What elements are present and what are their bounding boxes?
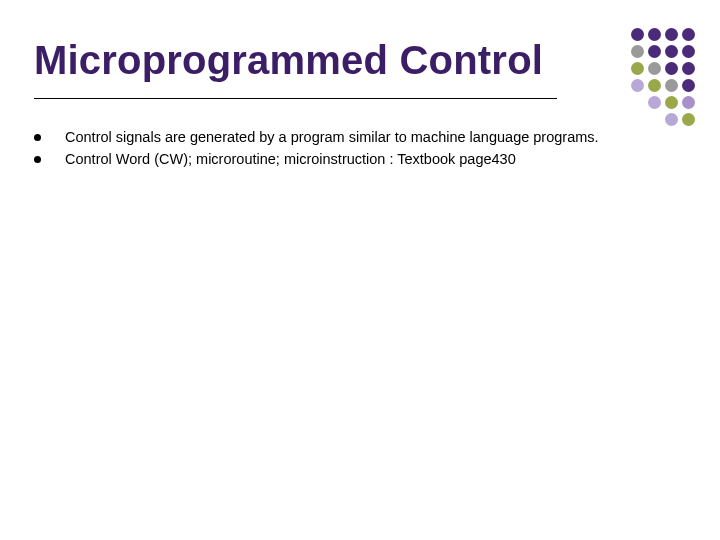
decorative-dot-grid	[631, 28, 696, 127]
bullet-list: Control signals are generated by a progr…	[34, 128, 674, 172]
bullet-icon	[34, 134, 41, 141]
bullet-icon	[34, 156, 41, 163]
title-underline	[34, 98, 557, 99]
slide: Microprogrammed Control Control signals …	[0, 0, 720, 540]
bullet-text: Control Word (CW); microroutine; microin…	[65, 150, 516, 168]
slide-title: Microprogrammed Control	[34, 38, 543, 83]
list-item: Control signals are generated by a progr…	[34, 128, 674, 146]
bullet-text: Control signals are generated by a progr…	[65, 128, 599, 146]
list-item: Control Word (CW); microroutine; microin…	[34, 150, 674, 168]
